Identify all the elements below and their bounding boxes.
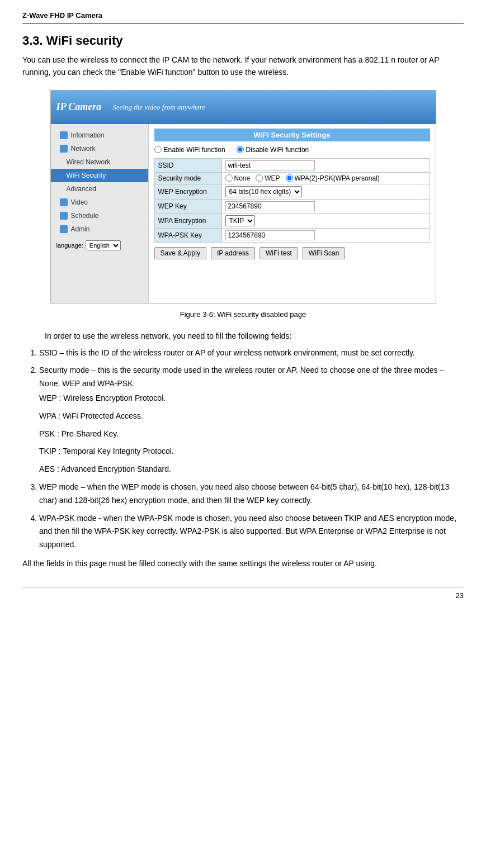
sub-wep: WEP : Wireless Encryption Protocol. <box>39 392 464 405</box>
ssid-input[interactable] <box>225 160 315 170</box>
ssid-label: SSID <box>154 158 221 172</box>
sidebar-item-video[interactable]: Video <box>51 196 148 209</box>
save-apply-button[interactable]: Save & Apply <box>154 247 206 259</box>
security-mode-label: Security mode <box>154 172 221 184</box>
sidebar-item-wired-network[interactable]: Wired Network <box>51 155 148 169</box>
language-label: language: <box>56 242 83 249</box>
wpa-encryption-row: WPA Encryption TKIP <box>154 213 430 228</box>
sidebar-label-schedule: Schedule <box>71 212 99 220</box>
wifi-scan-button[interactable]: WiFi Scan <box>303 247 346 259</box>
page-title: Z-Wave FHD IP Camera <box>22 11 102 20</box>
screenshot-body: Information Network Wired Network WiFi S… <box>51 124 436 303</box>
wep-key-row: WEP Key <box>154 199 430 213</box>
security-radios-group: None WEP WPA(2)-PSK(WPA personal) <box>225 174 426 182</box>
sidebar-item-admin[interactable]: Admin <box>51 222 148 236</box>
wep-encryption-row: WEP Encryption 64 bits(10 hex digits) <box>154 184 430 199</box>
list-item-2: Security mode – this is the security mod… <box>39 364 464 476</box>
button-row: Save & Apply IP address WiFi test WiFi S… <box>154 247 430 259</box>
wpa-radio-label[interactable]: WPA(2)-PSK(WPA personal) <box>286 174 380 182</box>
wep-radio-label[interactable]: WEP <box>256 174 280 182</box>
enable-wifi-radio[interactable] <box>154 146 162 153</box>
wpa-radio[interactable] <box>286 174 293 182</box>
list-item-2-sub: WEP : Wireless Encryption Protocol. WPA … <box>39 392 464 476</box>
disable-wifi-radio[interactable] <box>237 146 244 153</box>
none-radio-label[interactable]: None <box>225 174 251 182</box>
wpa-radio-text: WPA(2)-PSK(WPA personal) <box>295 174 380 182</box>
security-mode-row: Security mode None WEP <box>154 172 430 184</box>
footer-note: All the fields in this page must be fill… <box>22 557 464 571</box>
wpa-encryption-label: WPA Encryption <box>154 213 221 228</box>
list-item-1-text: SSID – this is the ID of the wireless ro… <box>39 348 415 357</box>
sidebar-label-wired-network: Wired Network <box>67 158 111 166</box>
sidebar-item-network[interactable]: Network <box>51 142 148 155</box>
wpa-psk-key-row: WPA-PSK Key <box>154 228 430 242</box>
wpa-encryption-select[interactable]: TKIP <box>225 215 255 226</box>
network-icon <box>60 145 68 153</box>
instruction-list: SSID – this is the ID of the wireless ro… <box>22 347 464 552</box>
wep-radio-text: WEP <box>265 174 280 182</box>
section-intro: You can use the wireless to connect the … <box>22 54 464 79</box>
wep-key-label: WEP Key <box>154 199 221 213</box>
intro-instruction-text: In order to use the wireless network, yo… <box>45 330 464 343</box>
none-radio[interactable] <box>225 174 233 182</box>
video-icon <box>60 198 68 206</box>
sidebar-label-wifi-security: WiFi Security <box>67 172 106 179</box>
sidebar-item-schedule[interactable]: Schedule <box>51 209 148 222</box>
sidebar-item-advanced[interactable]: Advanced <box>51 182 148 196</box>
list-item-3: WEP mode – when the WEP mode is chosen, … <box>39 481 464 507</box>
disable-wifi-label[interactable]: Disable WiFi function <box>237 146 309 154</box>
sub-tkip: TKIP : Temporal Key Integrity Protocol. <box>39 445 464 458</box>
wep-encryption-select[interactable]: 64 bits(10 hex digits) <box>225 186 302 197</box>
list-item-2-text: Security mode – this is the security mod… <box>39 366 444 388</box>
screenshot-tagline: Seeing the video from anywhere <box>112 103 205 112</box>
wifi-enable-disable-row: Enable WiFi function Disable WiFi functi… <box>154 146 430 154</box>
wpa-psk-key-label: WPA-PSK Key <box>154 228 221 242</box>
sub-psk: PSK : Pre-Shared Key. <box>39 428 464 441</box>
enable-wifi-label[interactable]: Enable WiFi function <box>154 146 225 154</box>
wep-encryption-cell: 64 bits(10 hex digits) <box>221 184 430 199</box>
wpa-encryption-cell: TKIP <box>221 213 430 228</box>
page-number: 23 <box>22 587 464 600</box>
sidebar-item-wifi-security[interactable]: WiFi Security <box>51 169 148 182</box>
screenshot-container: IP Camera Seeing the video from anywhere… <box>50 90 436 303</box>
wifi-security-title: WiFi Security Settings <box>154 129 430 141</box>
main-content-area: WiFi Security Settings Enable WiFi funct… <box>149 124 436 303</box>
ip-address-button[interactable]: IP address <box>211 247 255 259</box>
list-item-1: SSID – this is the ID of the wireless ro… <box>39 347 464 360</box>
figure-caption: Figure 3-6: WiFi security disabled page <box>22 310 464 319</box>
page-header: Z-Wave FHD IP Camera <box>22 11 464 23</box>
sidebar-label-network: Network <box>71 145 96 153</box>
schedule-icon <box>60 212 68 220</box>
screenshot-logo: IP Camera <box>56 101 102 113</box>
ssid-row: SSID <box>154 158 430 172</box>
intro-instruction: In order to use the wireless network, yo… <box>22 330 464 343</box>
wep-key-input[interactable] <box>225 201 315 211</box>
wep-key-cell <box>221 199 430 213</box>
wifi-test-button[interactable]: WiFi test <box>259 247 298 259</box>
list-item-4-text: WPA-PSK mode - when the WPA-PSK mode is … <box>39 514 456 549</box>
sidebar-label-video: Video <box>71 198 88 206</box>
wep-encryption-label: WEP Encryption <box>154 184 221 199</box>
sidebar-label-admin: Admin <box>71 225 90 233</box>
disable-wifi-text: Disable WiFi function <box>246 146 309 154</box>
sidebar-label-information: Information <box>71 131 105 139</box>
ssid-value-cell <box>221 158 430 172</box>
sidebar-label-advanced: Advanced <box>67 185 96 193</box>
sub-aes: AES : Advanced Encryption Standard. <box>39 463 464 476</box>
information-icon <box>60 131 68 139</box>
list-item-4: WPA-PSK mode - when the WPA-PSK mode is … <box>39 512 464 552</box>
screenshot-header-bar: IP Camera Seeing the video from anywhere <box>51 91 436 124</box>
wpa-psk-key-input[interactable] <box>225 230 315 240</box>
sidebar: Information Network Wired Network WiFi S… <box>51 124 149 303</box>
language-selector-row: language: English <box>56 240 143 250</box>
admin-icon <box>60 225 68 233</box>
section-heading: 3.3. WiFi security <box>22 34 464 48</box>
security-mode-options: None WEP WPA(2)-PSK(WPA personal) <box>221 172 430 184</box>
language-select[interactable]: English <box>86 240 121 250</box>
wpa-psk-key-cell <box>221 228 430 242</box>
wep-radio[interactable] <box>256 174 263 182</box>
sidebar-item-information[interactable]: Information <box>51 129 148 142</box>
wifi-form-table: SSID Security mode None <box>154 158 430 243</box>
none-radio-text: None <box>234 174 251 182</box>
sub-wpa: WPA : WiFi Protected Access. <box>39 410 464 423</box>
